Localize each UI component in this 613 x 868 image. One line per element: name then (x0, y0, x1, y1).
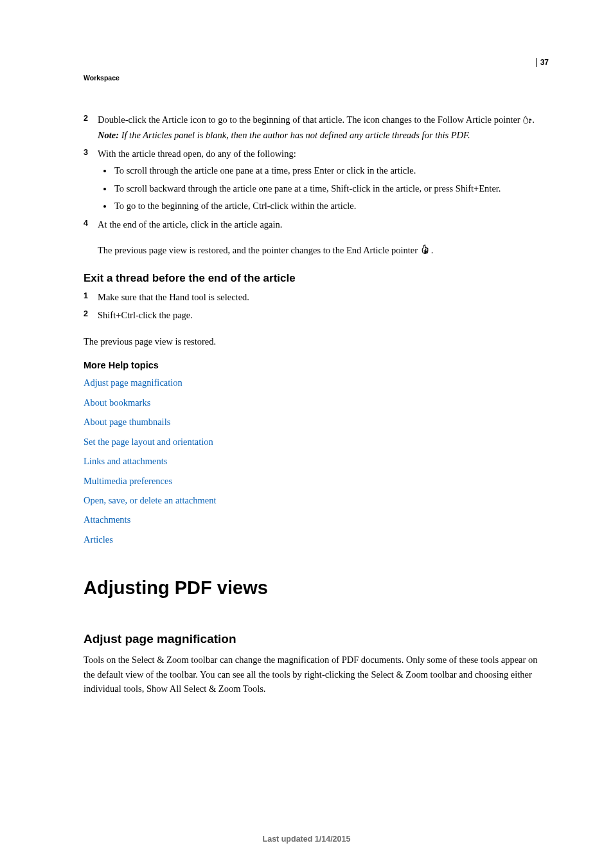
chapter-heading: Adjusting PDF views (84, 577, 549, 599)
step-number: 2 (84, 113, 88, 125)
step-text: Make sure that the Hand tool is selected… (98, 292, 249, 302)
step-list-continued: 2 Double-click the Article icon to go to… (84, 113, 549, 231)
help-link-articles[interactable]: Articles (84, 532, 549, 547)
footer-last-updated: Last updated 1/14/2015 (0, 835, 613, 844)
followup-text-tail: . (431, 245, 434, 255)
step-text-tail: . (532, 114, 535, 125)
followup-text: The previous page view is restored, and … (98, 245, 420, 255)
step-number: 2 (84, 308, 88, 320)
breadcrumb: Workspace (84, 74, 549, 82)
help-link-about-thumbnails[interactable]: About page thumbnails (84, 415, 549, 429)
follow-article-pointer-icon (522, 114, 532, 125)
exit-step-2: 2 Shift+Ctrl-click the page. (84, 308, 549, 322)
bullet-item: To scroll through the article one pane a… (113, 163, 549, 177)
step-3: 3 With the article thread open, do any o… (84, 147, 549, 213)
exit-step-list: 1 Make sure that the Hand tool is select… (84, 290, 549, 323)
note-body: If the Articles panel is blank, then the… (119, 130, 470, 140)
note: Note: If the Articles panel is blank, th… (98, 128, 549, 142)
bullet-item: To go to the beginning of the article, C… (113, 199, 549, 213)
page-number: 37 (536, 58, 549, 67)
help-link-attachments[interactable]: Attachments (84, 512, 549, 527)
step-3-bullets: To scroll through the article one pane a… (113, 163, 549, 213)
step-2: 2 Double-click the Article icon to go to… (84, 113, 549, 143)
step-4: 4 At the end of the article, click in th… (84, 217, 549, 231)
step-text: At the end of the article, click in the … (98, 219, 282, 230)
bullet-item: To scroll backward through the article o… (113, 181, 549, 195)
help-link-open-save-delete-attachment[interactable]: Open, save, or delete an attachment (84, 493, 549, 507)
heading-more-help: More Help topics (84, 360, 549, 370)
topic-paragraph: Tools on the Select & Zoom toolbar can c… (84, 653, 549, 696)
end-article-pointer-icon (420, 245, 431, 255)
exit-step-1: 1 Make sure that the Hand tool is select… (84, 290, 549, 304)
help-link-page-layout[interactable]: Set the page layout and orientation (84, 435, 549, 449)
help-link-adjust-magnification[interactable]: Adjust page magnification (84, 375, 549, 390)
help-link-links-attachments[interactable]: Links and attachments (84, 454, 549, 468)
help-link-about-bookmarks[interactable]: About bookmarks (84, 395, 549, 410)
step-number: 3 (84, 147, 88, 159)
exit-after-text: The previous page view is restored. (84, 334, 549, 348)
step-4-followup: The previous page view is restored, and … (84, 243, 549, 257)
topic-heading: Adjust page magnification (84, 632, 549, 646)
step-text: With the article thread open, do any of … (98, 149, 296, 159)
note-label: Note: (98, 130, 119, 140)
heading-exit-thread: Exit a thread before the end of the arti… (84, 272, 549, 285)
help-link-multimedia-prefs[interactable]: Multimedia preferences (84, 474, 549, 488)
step-number: 4 (84, 217, 88, 230)
step-number: 1 (84, 290, 88, 302)
step-text: Double-click the Article icon to go to t… (98, 114, 522, 125)
step-text: Shift+Ctrl-click the page. (98, 310, 193, 320)
page: 37 Workspace 2 Double-click the Article … (0, 0, 613, 868)
